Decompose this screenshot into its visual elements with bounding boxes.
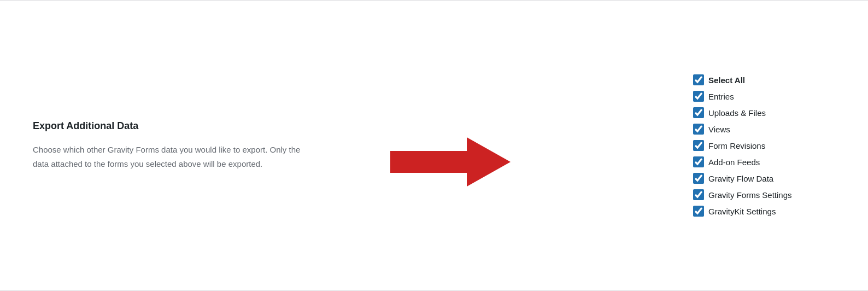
checkbox-label-addon-feeds: Add-on Feeds bbox=[708, 158, 760, 167]
export-additional-data-section: Export Additional Data Choose which othe… bbox=[0, 0, 868, 291]
arrow-indicator bbox=[390, 135, 511, 191]
checkbox-gravity-forms-settings[interactable] bbox=[693, 189, 704, 200]
checkbox-addon-feeds[interactable] bbox=[693, 156, 704, 167]
checkbox-label-views: Views bbox=[708, 125, 730, 134]
checkbox-label-gravity-flow-data: Gravity Flow Data bbox=[708, 174, 773, 183]
checkbox-form-revisions[interactable] bbox=[693, 140, 704, 151]
checkbox-item-addon-feeds[interactable]: Add-on Feeds bbox=[693, 156, 835, 167]
checkbox-select-all[interactable] bbox=[693, 74, 704, 85]
svg-marker-0 bbox=[390, 137, 511, 187]
checkbox-item-views[interactable]: Views bbox=[693, 124, 835, 135]
arrow-icon bbox=[390, 135, 511, 189]
checkbox-label-form-revisions: Form Revisions bbox=[708, 141, 765, 150]
checkbox-gravitykit-settings[interactable] bbox=[693, 206, 704, 217]
checkbox-item-uploads-files[interactable]: Uploads & Files bbox=[693, 107, 835, 118]
checkbox-label-entries: Entries bbox=[708, 92, 734, 101]
left-section: Export Additional Data Choose which othe… bbox=[33, 120, 671, 171]
section-title: Export Additional Data bbox=[33, 120, 649, 132]
section-description: Choose which other Gravity Forms data yo… bbox=[33, 143, 317, 171]
checkbox-uploads-files[interactable] bbox=[693, 107, 704, 118]
checkbox-label-gravitykit-settings: GravityKit Settings bbox=[708, 207, 776, 216]
checkbox-item-select-all[interactable]: Select All bbox=[693, 74, 835, 85]
checkbox-item-gravity-flow-data[interactable]: Gravity Flow Data bbox=[693, 173, 835, 184]
checkbox-item-gravity-forms-settings[interactable]: Gravity Forms Settings bbox=[693, 189, 835, 200]
checkbox-item-gravitykit-settings[interactable]: GravityKit Settings bbox=[693, 206, 835, 217]
checkbox-label-gravity-forms-settings: Gravity Forms Settings bbox=[708, 190, 792, 200]
checkbox-gravity-flow-data[interactable] bbox=[693, 173, 704, 184]
checkbox-entries[interactable] bbox=[693, 91, 704, 102]
checkbox-item-form-revisions[interactable]: Form Revisions bbox=[693, 140, 835, 151]
checkbox-list: Select AllEntriesUploads & FilesViewsFor… bbox=[671, 74, 835, 217]
checkbox-views[interactable] bbox=[693, 124, 704, 135]
checkbox-label-select-all: Select All bbox=[708, 75, 745, 85]
checkbox-item-entries[interactable]: Entries bbox=[693, 91, 835, 102]
checkbox-label-uploads-files: Uploads & Files bbox=[708, 108, 766, 118]
